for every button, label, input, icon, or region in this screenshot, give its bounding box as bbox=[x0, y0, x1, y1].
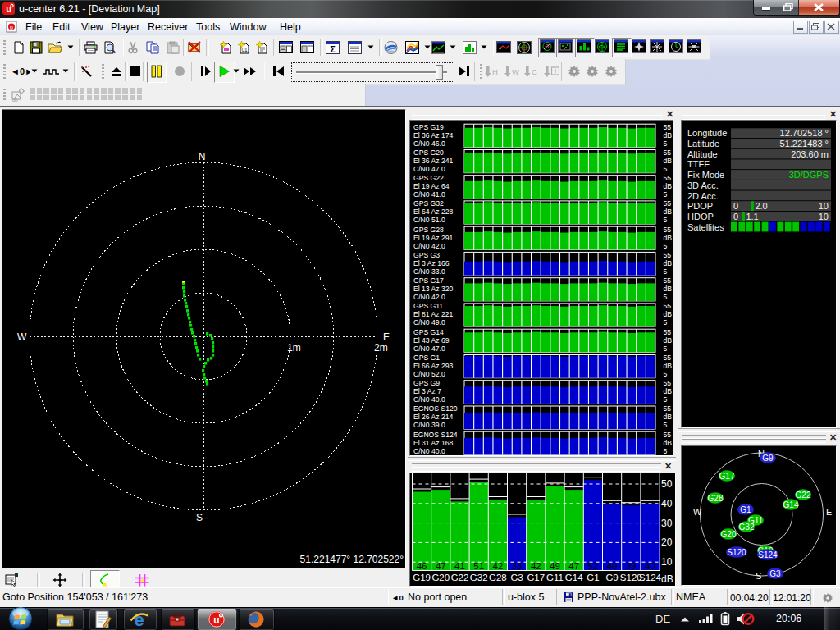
svg-text:E: E bbox=[826, 507, 832, 517]
svg-text:G14: G14 bbox=[565, 573, 583, 582]
svg-text:10: 10 bbox=[661, 556, 673, 568]
svg-text:C/N0 47.0: C/N0 47.0 bbox=[413, 165, 445, 173]
svg-text:10: 10 bbox=[819, 201, 829, 211]
svg-text:dB: dB bbox=[661, 573, 673, 585]
svg-text:1.1: 1.1 bbox=[746, 212, 758, 221]
svg-text:G28: G28 bbox=[489, 573, 507, 582]
svg-text:2.0: 2.0 bbox=[755, 201, 767, 211]
svg-text:5: 5 bbox=[664, 242, 668, 250]
svg-text:PDOP: PDOP bbox=[687, 201, 713, 211]
svg-text:40: 40 bbox=[661, 498, 673, 509]
svg-text:N: N bbox=[199, 151, 206, 162]
svg-text:G19: G19 bbox=[413, 573, 431, 582]
svg-text:S: S bbox=[196, 512, 203, 523]
svg-text:GPS G32: GPS G32 bbox=[413, 199, 444, 208]
svg-text:C/N0 42.0: C/N0 42.0 bbox=[413, 293, 445, 301]
svg-text:39: 39 bbox=[626, 561, 637, 571]
svg-text:G11: G11 bbox=[546, 573, 564, 582]
svg-text:El 3 Az 7: El 3 Az 7 bbox=[413, 387, 441, 395]
svg-text:0: 0 bbox=[733, 212, 738, 221]
svg-text:dB: dB bbox=[664, 285, 673, 293]
svg-text:C/N0 47.0: C/N0 47.0 bbox=[413, 345, 445, 353]
svg-text:5: 5 bbox=[664, 345, 668, 353]
svg-text:Longitude: Longitude bbox=[687, 128, 727, 138]
svg-text:u: u bbox=[213, 614, 219, 626]
svg-text:G9: G9 bbox=[762, 454, 774, 463]
svg-text:H: H bbox=[492, 67, 498, 76]
svg-text:dB: dB bbox=[664, 259, 673, 267]
svg-text:3D/DGPS: 3D/DGPS bbox=[789, 170, 829, 180]
svg-text:55: 55 bbox=[664, 123, 672, 131]
svg-text:GPS G11: GPS G11 bbox=[413, 302, 443, 310]
svg-text:3D Acc.: 3D Acc. bbox=[687, 180, 719, 190]
svg-text:e: e bbox=[134, 609, 144, 629]
svg-text:GPS G28: GPS G28 bbox=[413, 226, 444, 234]
svg-text:5: 5 bbox=[664, 421, 668, 429]
svg-text:C/N0 41.0: C/N0 41.0 bbox=[413, 190, 445, 199]
svg-text:GPS G1: GPS G1 bbox=[413, 354, 440, 362]
svg-text:dB: dB bbox=[664, 439, 673, 447]
svg-text:El 31 Az 168: El 31 Az 168 bbox=[413, 439, 453, 447]
svg-text:G22: G22 bbox=[796, 491, 811, 500]
svg-text:GPS G20: GPS G20 bbox=[413, 148, 444, 157]
svg-text:40: 40 bbox=[607, 561, 618, 571]
svg-text:HDOP: HDOP bbox=[687, 212, 714, 221]
svg-text:C/N0 52.0: C/N0 52.0 bbox=[413, 370, 445, 378]
svg-text:C/N0 39.0: C/N0 39.0 bbox=[413, 421, 445, 429]
svg-text:EGNOS S120: EGNOS S120 bbox=[413, 404, 458, 413]
svg-text:GPS G17: GPS G17 bbox=[413, 276, 444, 285]
svg-text:dB: dB bbox=[664, 387, 673, 395]
svg-text:2D Acc.: 2D Acc. bbox=[687, 191, 719, 201]
svg-text:10: 10 bbox=[819, 212, 829, 221]
svg-text:G9: G9 bbox=[605, 573, 618, 582]
svg-text:GPS G3: GPS G3 bbox=[413, 251, 440, 259]
svg-text:Latitude: Latitude bbox=[687, 139, 719, 148]
svg-text:W: W bbox=[693, 507, 702, 517]
svg-text:El 19 Az 291: El 19 Az 291 bbox=[413, 234, 453, 242]
svg-text:El 43 Az 69: El 43 Az 69 bbox=[413, 336, 450, 345]
svg-text:5: 5 bbox=[664, 267, 668, 276]
svg-text:dB: dB bbox=[664, 182, 673, 190]
svg-text:51.221477° 12.702522°: 51.221477° 12.702522° bbox=[300, 554, 404, 565]
svg-text:5: 5 bbox=[664, 139, 668, 148]
svg-text:El 26 Az 214: El 26 Az 214 bbox=[413, 413, 453, 421]
svg-text:5: 5 bbox=[664, 190, 668, 199]
svg-text:55: 55 bbox=[664, 404, 672, 413]
svg-text:S: S bbox=[756, 571, 761, 581]
svg-text:dB: dB bbox=[664, 208, 673, 216]
svg-text:El 81 Az 221: El 81 Az 221 bbox=[413, 310, 453, 318]
svg-text:55: 55 bbox=[664, 328, 672, 336]
svg-text:S124: S124 bbox=[758, 550, 778, 559]
svg-text:G1: G1 bbox=[587, 573, 599, 582]
svg-text:203.60 m: 203.60 m bbox=[791, 149, 829, 159]
svg-text:G3: G3 bbox=[769, 569, 781, 578]
svg-text:41: 41 bbox=[454, 561, 465, 571]
svg-text:47: 47 bbox=[436, 561, 446, 571]
svg-text:5: 5 bbox=[664, 293, 668, 301]
svg-text:db: db bbox=[12, 98, 18, 102]
svg-text:55: 55 bbox=[664, 431, 672, 439]
svg-text:u: u bbox=[10, 25, 13, 30]
svg-text:E: E bbox=[383, 331, 390, 343]
svg-text:30: 30 bbox=[661, 518, 673, 529]
svg-text:G32: G32 bbox=[739, 523, 755, 532]
svg-text:5: 5 bbox=[664, 165, 668, 173]
svg-text:50: 50 bbox=[661, 478, 673, 490]
svg-text:G20: G20 bbox=[431, 573, 450, 582]
svg-text:47: 47 bbox=[568, 561, 579, 571]
svg-text:GPS G22: GPS G22 bbox=[413, 174, 444, 182]
svg-text:55: 55 bbox=[664, 302, 672, 310]
svg-text:dB: dB bbox=[664, 310, 673, 318]
svg-text:C/N0 33.0: C/N0 33.0 bbox=[413, 267, 445, 276]
svg-text:C/N0 46.0: C/N0 46.0 bbox=[413, 139, 445, 148]
svg-text:55: 55 bbox=[664, 226, 672, 234]
svg-text:TTFF: TTFF bbox=[687, 159, 710, 169]
svg-text:W: W bbox=[17, 331, 27, 343]
svg-text:0: 0 bbox=[733, 201, 738, 211]
svg-text:49: 49 bbox=[550, 561, 560, 571]
svg-text:12.702518 °: 12.702518 ° bbox=[780, 128, 829, 138]
svg-text:S124: S124 bbox=[639, 573, 661, 582]
svg-text:C/N0 49.0: C/N0 49.0 bbox=[413, 318, 445, 326]
svg-text:El 66 Az 293: El 66 Az 293 bbox=[413, 362, 453, 370]
svg-text:5: 5 bbox=[664, 318, 668, 326]
